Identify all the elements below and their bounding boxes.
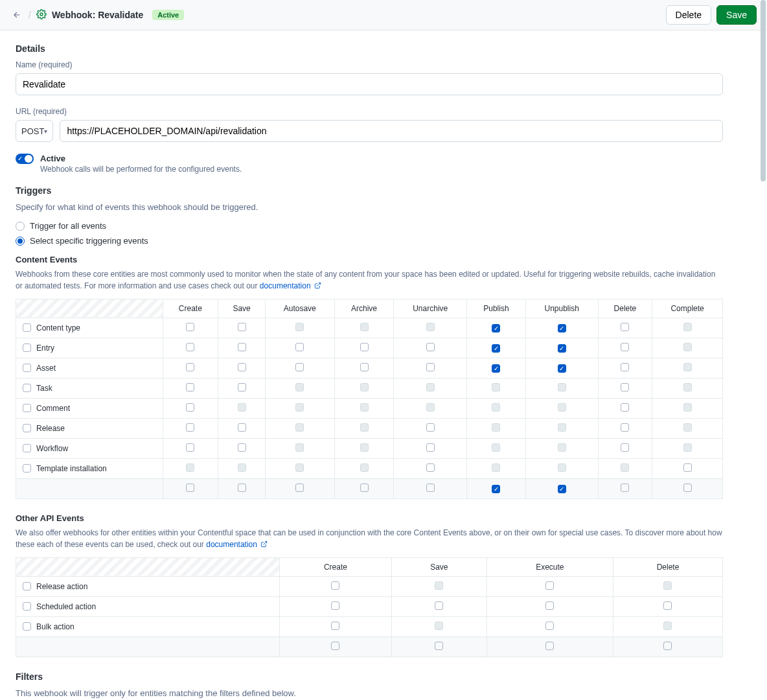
checkbox[interactable] bbox=[186, 423, 194, 432]
row-checkbox[interactable] bbox=[23, 404, 31, 412]
checkbox[interactable] bbox=[360, 484, 369, 492]
documentation-link[interactable]: documentation bbox=[260, 281, 311, 290]
url-label: URL (required) bbox=[16, 107, 723, 116]
checkbox[interactable] bbox=[295, 484, 304, 492]
checkbox[interactable] bbox=[426, 484, 435, 492]
checkbox[interactable] bbox=[663, 601, 672, 610]
checkbox[interactable] bbox=[186, 343, 194, 351]
checkbox[interactable] bbox=[426, 423, 435, 432]
row-checkbox[interactable] bbox=[23, 424, 31, 432]
checkbox[interactable] bbox=[360, 363, 369, 371]
checkbox[interactable] bbox=[238, 323, 246, 331]
checkbox[interactable] bbox=[435, 642, 443, 650]
triggers-description: Specify for what kind of events this web… bbox=[16, 202, 723, 212]
checkbox[interactable] bbox=[186, 443, 194, 452]
checkbox-disabled bbox=[426, 323, 435, 331]
checkbox[interactable] bbox=[558, 364, 566, 373]
table-col-header: Delete bbox=[598, 299, 652, 318]
checkbox[interactable] bbox=[331, 642, 339, 650]
table-row-label: Release action bbox=[16, 576, 280, 596]
http-method-select[interactable]: POST▾ bbox=[16, 120, 53, 142]
row-checkbox[interactable] bbox=[23, 344, 31, 352]
checkbox-disabled bbox=[426, 403, 435, 412]
scrollbar[interactable] bbox=[761, 0, 766, 181]
row-checkbox[interactable] bbox=[23, 622, 31, 631]
checkbox[interactable] bbox=[295, 343, 304, 351]
checkbox[interactable] bbox=[186, 484, 194, 492]
checkbox[interactable] bbox=[238, 443, 246, 452]
checkbox[interactable] bbox=[186, 403, 194, 412]
checkbox[interactable] bbox=[426, 443, 435, 452]
row-checkbox[interactable] bbox=[23, 364, 31, 372]
checkbox[interactable] bbox=[331, 622, 339, 630]
checkbox[interactable] bbox=[621, 423, 629, 432]
checkbox[interactable] bbox=[545, 581, 554, 590]
row-checkbox[interactable] bbox=[23, 602, 31, 611]
checkbox[interactable] bbox=[545, 642, 554, 650]
table-col-header: Execute bbox=[487, 557, 613, 576]
back-button[interactable] bbox=[10, 8, 23, 21]
checkbox[interactable] bbox=[426, 363, 435, 371]
checkbox[interactable] bbox=[426, 343, 435, 351]
row-checkbox[interactable] bbox=[23, 582, 31, 590]
checkbox[interactable] bbox=[558, 344, 566, 353]
table-row-label bbox=[16, 636, 280, 657]
delete-button[interactable]: Delete bbox=[666, 5, 711, 25]
content-events-description: Webhooks from these core entities are mo… bbox=[16, 268, 723, 292]
svg-point-0 bbox=[40, 13, 43, 16]
name-input[interactable] bbox=[16, 73, 723, 95]
checkbox[interactable] bbox=[426, 463, 435, 472]
checkbox[interactable] bbox=[621, 323, 629, 331]
radio-specific-events[interactable] bbox=[16, 237, 25, 246]
checkbox[interactable] bbox=[492, 344, 500, 353]
gear-icon bbox=[36, 9, 47, 21]
checkbox[interactable] bbox=[492, 364, 500, 373]
checkbox[interactable] bbox=[360, 343, 369, 351]
checkbox-disabled bbox=[295, 463, 304, 472]
checkbox[interactable] bbox=[492, 324, 500, 332]
checkbox[interactable] bbox=[558, 485, 566, 493]
checkbox[interactable] bbox=[621, 363, 629, 371]
triggers-heading: Triggers bbox=[16, 185, 723, 196]
checkbox[interactable] bbox=[186, 383, 194, 391]
checkbox[interactable] bbox=[238, 383, 246, 391]
checkbox[interactable] bbox=[435, 601, 443, 610]
checkbox[interactable] bbox=[683, 463, 692, 472]
checkbox[interactable] bbox=[295, 363, 304, 371]
save-button[interactable]: Save bbox=[716, 5, 757, 25]
row-checkbox[interactable] bbox=[23, 323, 31, 332]
checkbox[interactable] bbox=[621, 403, 629, 412]
checkbox-disabled bbox=[360, 463, 369, 472]
checkbox-disabled bbox=[360, 323, 369, 331]
checkbox[interactable] bbox=[238, 363, 246, 371]
row-checkbox[interactable] bbox=[23, 384, 31, 392]
checkbox-disabled bbox=[295, 403, 304, 412]
checkbox[interactable] bbox=[186, 363, 194, 371]
table-col-header: Archive bbox=[334, 299, 394, 318]
checkbox[interactable] bbox=[492, 485, 500, 493]
radio-all-label: Trigger for all events bbox=[30, 221, 106, 231]
checkbox[interactable] bbox=[331, 601, 339, 610]
checkbox[interactable] bbox=[558, 324, 566, 332]
checkbox[interactable] bbox=[621, 484, 629, 492]
url-input[interactable] bbox=[60, 120, 723, 142]
checkbox[interactable] bbox=[621, 383, 629, 391]
documentation-link[interactable]: documentation bbox=[206, 540, 257, 549]
checkbox[interactable] bbox=[621, 343, 629, 351]
checkbox[interactable] bbox=[683, 484, 692, 492]
checkbox[interactable] bbox=[238, 343, 246, 351]
checkbox[interactable] bbox=[238, 484, 246, 492]
checkbox-disabled bbox=[558, 463, 566, 472]
checkbox[interactable] bbox=[545, 622, 554, 630]
checkbox[interactable] bbox=[186, 323, 194, 331]
radio-all-events[interactable] bbox=[16, 222, 25, 231]
checkbox[interactable] bbox=[663, 642, 672, 650]
checkbox[interactable] bbox=[545, 601, 554, 610]
checkbox[interactable] bbox=[238, 423, 246, 432]
row-checkbox[interactable] bbox=[23, 464, 31, 472]
active-toggle[interactable]: ✓ bbox=[16, 154, 34, 164]
checkbox[interactable] bbox=[621, 443, 629, 452]
row-checkbox[interactable] bbox=[23, 444, 31, 452]
table-row-label: Comment bbox=[16, 398, 163, 418]
checkbox[interactable] bbox=[331, 581, 339, 590]
